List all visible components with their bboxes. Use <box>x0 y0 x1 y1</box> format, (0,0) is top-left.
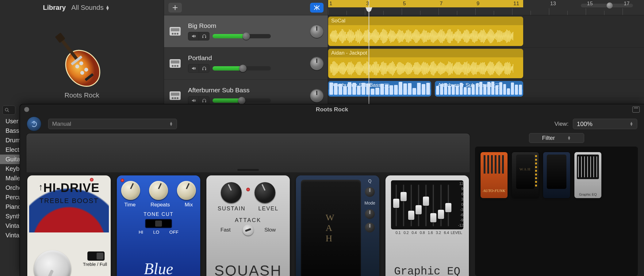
knob-label: SUSTAIN <box>218 205 246 212</box>
tone-cut-switch[interactable] <box>145 219 172 228</box>
svg-rect-29 <box>205 69 206 70</box>
filter-dropdown[interactable]: Filter ▲▼ <box>529 133 584 143</box>
arrange-lane[interactable]: Afterburner Sub Bass⟲Afterburner Sub Bas… <box>328 80 644 98</box>
pedal-hi-drive[interactable]: ↑HI-DRIVE TREBLE BOOST Treble / Full <box>27 175 111 276</box>
track-row[interactable]: Big Room <box>164 15 328 48</box>
volume-slider[interactable] <box>213 66 271 71</box>
eq-slider[interactable] <box>401 183 406 228</box>
region[interactable]: SoCal <box>328 17 523 46</box>
eq-slider[interactable] <box>424 183 428 228</box>
time-knob[interactable] <box>121 181 140 200</box>
mode-knob[interactable] <box>365 209 375 219</box>
browser-pedal-caption: AUTO-FUNK <box>481 188 508 193</box>
expand-window-button[interactable] <box>632 106 640 113</box>
browser-pedal-geqm[interactable]: Graphic EQ <box>574 152 601 198</box>
zoom-dropdown[interactable]: 100% ▲▼ <box>573 119 637 129</box>
pan-knob[interactable] <box>310 89 324 102</box>
drive-knob[interactable] <box>34 250 71 276</box>
chevron-updown-icon: ▲▼ <box>105 5 110 10</box>
browser-pedal-autofunk[interactable]: AUTO-FUNK <box>481 152 508 198</box>
plugin-titlebar[interactable]: Roots Rock <box>20 104 644 115</box>
wah-footplate[interactable]: WAH <box>301 180 361 276</box>
bar-number: 17 <box>624 1 630 7</box>
eq-slider[interactable] <box>416 183 421 228</box>
headphones-button[interactable] <box>199 32 209 40</box>
filter-label: Filter <box>542 135 555 141</box>
switch-option: Slow <box>264 227 276 233</box>
pan-knob[interactable] <box>310 57 324 70</box>
svg-rect-31 <box>171 93 179 96</box>
pedal-squash[interactable]: SUSTAIN LEVEL ATTACK Fast Slow SQUASH <box>206 175 290 276</box>
catch-icon <box>313 5 320 10</box>
bar-number: 1 <box>329 1 332 7</box>
pedal-wah[interactable]: WAH Q Mode <box>296 175 379 276</box>
mute-button[interactable] <box>188 32 199 40</box>
close-window-button[interactable] <box>24 107 29 112</box>
mute-button[interactable] <box>188 64 199 72</box>
volume-slider[interactable] <box>213 34 271 38</box>
pedal-shelf[interactable] <box>26 133 470 172</box>
instrument-thumbnail[interactable] <box>0 15 164 89</box>
bar-number: 15 <box>587 1 593 7</box>
track-mute-solo <box>188 32 209 40</box>
arrange-lane[interactable]: SoCal <box>328 15 644 48</box>
svg-point-23 <box>172 65 174 67</box>
eq-scale: 129630-3-6-9-12 <box>451 182 463 228</box>
q-knob[interactable] <box>365 187 375 197</box>
track-mute-solo <box>188 64 209 73</box>
eq-slider[interactable] <box>431 183 435 228</box>
cycle-region[interactable] <box>328 0 523 7</box>
extra-knob[interactable] <box>365 223 375 232</box>
eq-slider[interactable] <box>439 183 443 228</box>
eq-slider[interactable] <box>446 183 450 228</box>
track-icon <box>167 23 184 40</box>
add-track-button[interactable] <box>168 3 182 13</box>
volume-slider[interactable] <box>213 98 271 103</box>
svg-line-10 <box>8 111 9 112</box>
plugin-window: Roots Rock Manual ▲▼ View: 100% ▲▼ <box>20 104 644 276</box>
svg-point-14 <box>172 33 174 35</box>
track-icon <box>167 55 184 72</box>
mix-knob[interactable] <box>177 181 196 200</box>
view-label: View: <box>554 121 569 127</box>
attack-label: ATTACK <box>206 217 290 224</box>
preset-dropdown[interactable]: Manual ▲▼ <box>48 119 177 129</box>
knob-label: Mix <box>185 202 193 208</box>
catch-playhead-button[interactable] <box>310 3 324 13</box>
region[interactable]: Afterburner Sub Bass.1⟲ <box>435 81 523 97</box>
pedal-browser-grid[interactable]: AUTO-FUNKGraphic EQ <box>475 147 638 276</box>
arrange-lane[interactable]: Aidan - Jackpot <box>328 48 644 80</box>
library-search[interactable] <box>2 105 15 115</box>
knob-label: LEVEL <box>258 205 278 212</box>
pan-knob[interactable] <box>310 25 324 38</box>
browser-pedal-wahm[interactable] <box>512 152 539 198</box>
treble-full-switch[interactable] <box>87 251 105 261</box>
track-icon <box>167 87 184 104</box>
svg-rect-38 <box>205 101 206 102</box>
sustain-knob[interactable] <box>221 182 242 203</box>
repeats-knob[interactable] <box>149 181 168 200</box>
headphones-button[interactable] <box>199 64 209 72</box>
eq-slider[interactable] <box>394 183 398 228</box>
library-title: Library <box>43 4 66 12</box>
region[interactable]: Aidan - Jackpot <box>328 49 523 78</box>
knob-label: Time <box>124 202 136 208</box>
preset-label: Manual <box>52 121 71 127</box>
chevron-updown-icon: ▲▼ <box>630 122 633 126</box>
attack-toggle[interactable] <box>243 224 254 236</box>
mute-button[interactable] <box>188 97 199 105</box>
timeline-ruler[interactable]: 1357911131517 <box>328 0 644 15</box>
region[interactable]: Afterburner Sub Bass⟲ <box>328 81 431 97</box>
plugin-power-button[interactable] <box>27 117 41 131</box>
track-row[interactable]: Portland <box>164 48 328 80</box>
pedal-brand: Graphic EQ <box>385 265 469 276</box>
sounds-dropdown[interactable]: All Sounds ▲▼ <box>71 4 110 12</box>
eq-slider[interactable] <box>409 183 413 228</box>
headphones-button[interactable] <box>199 97 209 105</box>
pedal-graphic-eq[interactable]: 129630-3-6-9-12 0.10.20.40.81.63.26.4 LE… <box>385 175 469 276</box>
svg-rect-28 <box>202 69 203 70</box>
level-knob[interactable] <box>255 182 275 203</box>
browser-pedal-wah2[interactable] <box>543 152 570 198</box>
pedal-blue-echo[interactable]: Time Repeats Mix TONE CUT HI LO OFF Blue <box>117 175 200 276</box>
plus-icon <box>172 5 178 10</box>
